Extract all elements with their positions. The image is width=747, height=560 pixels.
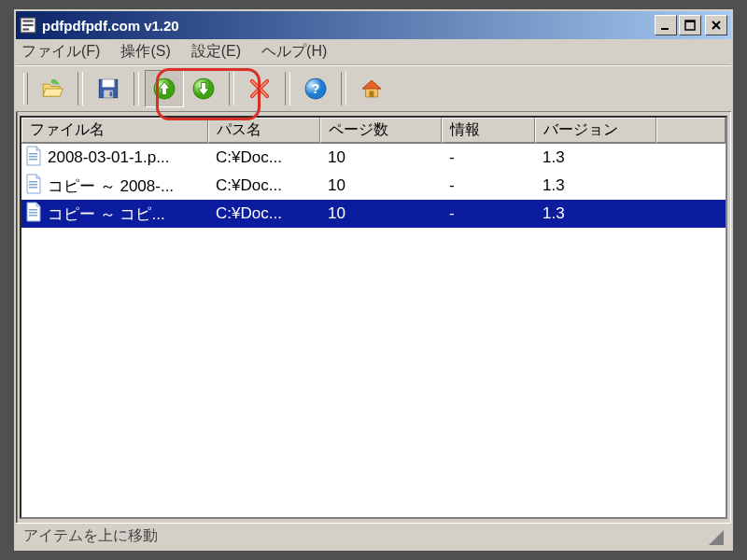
arrow-up-icon: [152, 77, 176, 101]
svg-rect-2: [22, 24, 33, 26]
svg-rect-18: [370, 91, 374, 97]
col-info[interactable]: 情報: [442, 118, 535, 143]
delete-x-icon: [247, 77, 272, 101]
list-body[interactable]: 2008-03-01-1.p...C:¥Doc...10-1.3コピー ～ 20…: [21, 144, 726, 517]
toolbar-separator: [285, 72, 290, 105]
svg-rect-4: [661, 28, 669, 30]
file-icon: [25, 146, 42, 171]
home-button[interactable]: [352, 70, 391, 107]
cell-filler: [656, 172, 726, 200]
help-button[interactable]: ?: [296, 70, 335, 107]
resize-grip[interactable]: [707, 528, 724, 545]
toolbar-separator: [134, 72, 139, 105]
cell-filename: コピー ～ コピ...: [21, 200, 208, 228]
folder-open-icon: [40, 77, 64, 101]
svg-text:?: ?: [312, 81, 320, 96]
maximize-button[interactable]: [679, 15, 701, 35]
file-icon: [25, 202, 42, 227]
table-row[interactable]: コピー ～ 2008-...C:¥Doc...10-1.3: [21, 172, 726, 200]
svg-rect-24: [29, 187, 37, 189]
open-button[interactable]: [33, 70, 72, 107]
svg-rect-22: [29, 181, 37, 183]
toolbar-handle[interactable]: [21, 70, 29, 107]
cell-version: 1.3: [535, 172, 656, 200]
menu-file[interactable]: ファイル(F): [21, 42, 100, 62]
home-icon: [359, 77, 384, 101]
svg-rect-26: [29, 212, 37, 214]
cell-pages: 10: [320, 144, 442, 172]
column-headers: ファイル名 パス名 ページ数 情報 バージョン: [21, 118, 726, 144]
svg-rect-21: [29, 159, 37, 161]
file-list: ファイル名 パス名 ページ数 情報 バージョン 2008-03-01-1.p..…: [20, 116, 727, 519]
window-title: pdfpdfpdf.com v1.20: [42, 18, 655, 34]
cell-filler: [656, 200, 726, 228]
menu-operate[interactable]: 操作(S): [120, 42, 170, 62]
toolbar-separator: [341, 72, 346, 105]
col-filler: [656, 118, 726, 143]
svg-rect-6: [685, 21, 695, 22]
save-button[interactable]: [89, 70, 128, 107]
delete-button[interactable]: [240, 70, 279, 107]
menu-help[interactable]: ヘルプ(H): [261, 42, 327, 62]
svg-rect-27: [29, 215, 37, 217]
cell-path: C:¥Doc...: [208, 144, 320, 172]
toolbar-separator: [229, 72, 234, 105]
cell-filler: [656, 144, 726, 172]
svg-rect-19: [29, 153, 37, 155]
statusbar: アイテムを上に移動: [16, 523, 731, 549]
svg-rect-25: [29, 209, 37, 211]
menu-settings[interactable]: 設定(E): [191, 42, 241, 62]
save-icon: [96, 77, 120, 101]
cell-pages: 10: [320, 172, 442, 200]
svg-rect-20: [29, 156, 37, 158]
cell-info: -: [442, 172, 535, 200]
cell-info: -: [442, 144, 535, 172]
table-row[interactable]: 2008-03-01-1.p...C:¥Doc...10-1.3: [21, 144, 726, 172]
cell-pages: 10: [320, 200, 442, 228]
col-pages[interactable]: ページ数: [320, 118, 442, 143]
col-path[interactable]: パス名: [208, 118, 320, 143]
table-row[interactable]: コピー ～ コピ...C:¥Doc...10-1.3: [21, 200, 726, 228]
filename-text: 2008-03-01-1.p...: [48, 148, 169, 167]
titlebar: pdfpdfpdf.com v1.20: [16, 11, 731, 39]
app-icon: [20, 17, 36, 34]
svg-rect-1: [22, 20, 33, 21]
cell-filename: 2008-03-01-1.p...: [21, 144, 208, 172]
svg-rect-10: [110, 91, 112, 96]
cell-path: C:¥Doc...: [208, 200, 320, 228]
cell-path: C:¥Doc...: [208, 172, 320, 200]
move-down-button[interactable]: [184, 70, 223, 107]
svg-rect-3: [22, 28, 29, 30]
cell-version: 1.3: [535, 144, 656, 172]
col-version[interactable]: バージョン: [535, 118, 656, 143]
menubar: ファイル(F) 操作(S) 設定(E) ヘルプ(H): [16, 39, 731, 65]
filename-text: コピー ～ コピ...: [48, 203, 165, 225]
svg-rect-8: [103, 79, 115, 87]
help-icon: ?: [303, 77, 328, 101]
main-window: pdfpdfpdf.com v1.20 ファイル(F) 操作(S) 設定(E) …: [14, 9, 733, 551]
toolbar: ?: [16, 65, 731, 112]
filename-text: コピー ～ 2008-...: [48, 175, 174, 197]
minimize-button[interactable]: [655, 15, 677, 35]
arrow-down-icon: [191, 77, 216, 101]
cell-info: -: [442, 200, 535, 228]
toolbar-separator: [78, 72, 83, 105]
move-up-button[interactable]: [145, 70, 184, 107]
col-filename[interactable]: ファイル名: [21, 118, 208, 143]
status-text: アイテムを上に移動: [23, 526, 158, 546]
close-button[interactable]: [705, 15, 727, 35]
cell-filename: コピー ～ 2008-...: [21, 172, 208, 200]
file-icon: [25, 174, 42, 199]
svg-rect-23: [29, 184, 37, 186]
cell-version: 1.3: [535, 200, 656, 228]
